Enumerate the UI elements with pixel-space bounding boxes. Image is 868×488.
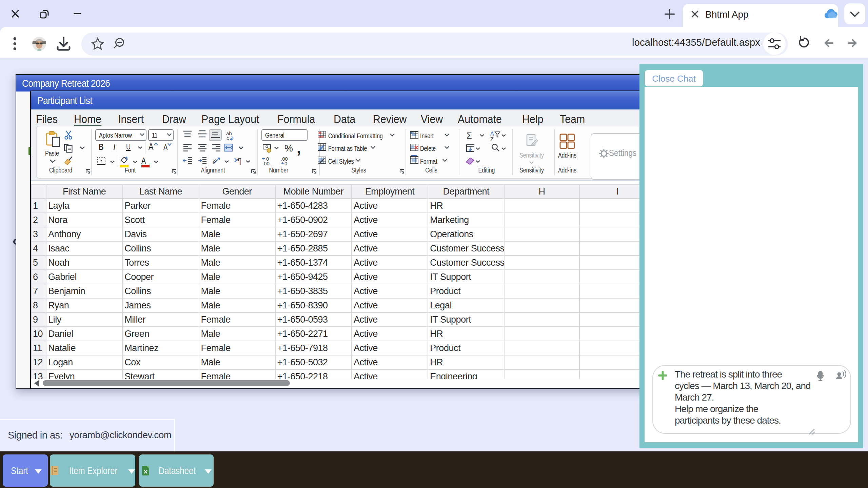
svg-text:¶: ¶ bbox=[237, 157, 241, 166]
svg-text:ab: ab bbox=[211, 158, 218, 165]
svg-text:Z: Z bbox=[490, 137, 494, 142]
svg-text:,: , bbox=[297, 140, 301, 156]
svg-text:c: c bbox=[226, 135, 229, 141]
svg-text:0: 0 bbox=[284, 161, 287, 166]
svg-text:.00: .00 bbox=[262, 161, 270, 166]
svg-text:A: A bbox=[490, 131, 494, 137]
